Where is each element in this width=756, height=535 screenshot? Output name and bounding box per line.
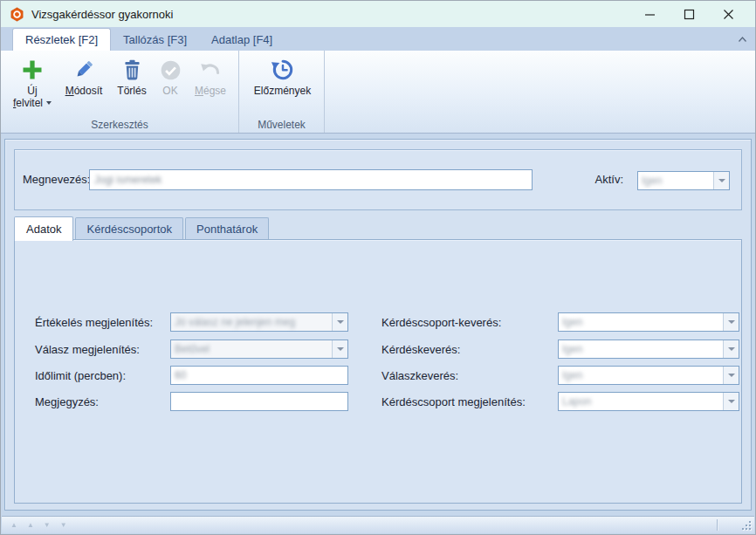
ribbon-tabstrip: Részletek [F2] Tallózás [F3] Adatlap [F4…: [1, 27, 755, 51]
modify-label: Módosít: [65, 85, 103, 97]
record-nav-arrows[interactable]: ▲ ▲ ▼ ▼: [10, 521, 67, 530]
megjegyzes-input[interactable]: [170, 392, 348, 411]
ok-button[interactable]: OK: [153, 55, 188, 97]
kerdescsoport-keveres-arrow-button[interactable]: [723, 313, 739, 331]
ribbon-tab-reszletek[interactable]: Részletek [F2]: [12, 28, 111, 51]
kerdescsoport-megjelenites-value: Lapon: [562, 395, 591, 408]
aktiv-combo-arrow-button[interactable]: [713, 172, 729, 189]
idolimit-value: 60: [175, 369, 186, 381]
kerdeskeveres-value: Igen: [562, 343, 582, 355]
inner-tabstrip: Adatok Kérdéscsoportok Ponthatárok: [14, 216, 271, 240]
ertekeles-megjelenites-label: Értékelés megjelenítés:: [35, 316, 153, 329]
ertekeles-megjelenites-combobox[interactable]: Jó válasz ne jelenjen meg: [170, 312, 348, 332]
ok-label: OK: [162, 85, 177, 97]
nav-up-icon: ▲: [10, 521, 17, 530]
record-panel: Megnevezés: Jogi ismeretek Aktív: Igen A…: [4, 139, 752, 511]
aktiv-combobox[interactable]: Igen: [637, 171, 730, 190]
tab-adatok[interactable]: Adatok: [14, 216, 73, 241]
new-record-button[interactable]: Új felvitel: [8, 55, 57, 109]
delete-button[interactable]: Törlés: [111, 55, 153, 97]
nav-down-icon: ▼: [44, 521, 51, 530]
megnevezes-input[interactable]: Jogi ismeretek: [89, 169, 533, 190]
group-caption-szerkesztes: Szerkesztés: [1, 119, 238, 131]
modify-button[interactable]: Módosít: [57, 55, 111, 97]
megnevezes-label: Megnevezés:: [23, 173, 90, 186]
valaszkeveres-label: Válaszkeverés:: [381, 369, 458, 382]
tab-kerdescsoportok[interactable]: Kérdéscsoportok: [75, 217, 183, 240]
kerdeskeveres-combobox[interactable]: Igen: [558, 340, 739, 359]
delete-label: Törlés: [117, 85, 146, 97]
history-button[interactable]: Előzmények: [248, 55, 318, 97]
kerdescsoport-keveres-label: Kérdéscsoport-keverés:: [381, 316, 501, 329]
history-clock-icon: [265, 55, 300, 85]
resize-grip[interactable]: [740, 519, 752, 531]
chevron-down-icon: [728, 347, 735, 351]
app-window: Vizsgakérdéssor gyakornoki Részletek [F2…: [0, 0, 756, 535]
ribbon-tab-adatlap[interactable]: Adatlap [F4]: [199, 29, 285, 51]
chevron-up-icon: [738, 36, 747, 43]
ribbon-empty-area: [324, 51, 755, 133]
check-circle-icon: [153, 55, 188, 85]
aktiv-label: Aktív:: [594, 173, 623, 186]
header-panel: Megnevezés: Jogi ismeretek Aktív: Igen: [14, 149, 742, 210]
aktiv-value: Igen: [642, 175, 662, 187]
ribbon-tab-tallozas[interactable]: Tallózás [F3]: [111, 29, 199, 51]
dropdown-caret-icon: [46, 101, 52, 105]
pencil-icon: [66, 55, 101, 85]
content-area: Megnevezés: Jogi ismeretek Aktív: Igen A…: [2, 134, 754, 518]
ribbon-group-szerkesztes: Új felvitel Módosít: [1, 51, 238, 133]
kerdeskeveres-label: Kérdéskeverés:: [381, 343, 460, 356]
chevron-down-icon: [728, 320, 735, 324]
valaszkeveres-combobox[interactable]: Igen: [558, 366, 739, 385]
kerdescsoport-megjelenites-arrow-button[interactable]: [723, 393, 739, 410]
chevron-down-icon: [337, 320, 344, 324]
chevron-down-icon: [718, 179, 725, 182]
valaszkeveres-value: Igen: [562, 369, 582, 381]
history-label: Előzmények: [254, 85, 311, 97]
kerdeskeveres-arrow-button[interactable]: [723, 340, 739, 358]
close-button[interactable]: [709, 1, 748, 27]
close-icon: [723, 9, 734, 20]
ribbon: Új felvitel Módosít: [1, 51, 755, 134]
idolimit-label: Időlimit (percben):: [35, 369, 126, 382]
undo-arrow-icon: [193, 55, 228, 85]
maximize-button[interactable]: [670, 1, 709, 27]
ribbon-group-muveletek: Előzmények Műveletek: [238, 51, 324, 133]
minimize-icon: [644, 9, 656, 20]
new-record-label-line1: Új: [27, 85, 37, 97]
kerdescsoport-keveres-combobox[interactable]: Igen: [558, 312, 739, 332]
window-title: Vizsgakérdéssor gyakornoki: [31, 8, 173, 21]
tab-ponthatarok[interactable]: Ponthatárok: [185, 217, 269, 240]
valasz-megjelenites-value: Betűvel: [175, 343, 210, 355]
group-caption-muveletek: Műveletek: [239, 119, 324, 131]
adatok-tab-panel: Értékelés megjelenítés: Válasz megjelení…: [14, 239, 742, 504]
statusbar: ▲ ▲ ▼ ▼: [2, 516, 754, 533]
plus-icon: [15, 55, 50, 85]
kerdescsoport-keveres-value: Igen: [562, 316, 582, 328]
valaszkeveres-arrow-button[interactable]: [723, 367, 739, 384]
valasz-megjelenites-combobox[interactable]: Betűvel: [170, 340, 348, 359]
statusbar-separator: [717, 519, 718, 531]
nav-up-icon: ▲: [27, 521, 34, 530]
valasz-combo-arrow-button[interactable]: [332, 340, 347, 358]
ertekeles-combo-arrow-button[interactable]: [332, 313, 347, 331]
cancel-button[interactable]: Mégse: [188, 55, 233, 97]
megnevezes-value: Jogi ismeretek: [94, 174, 162, 186]
new-record-label-line2: felvitel: [13, 97, 52, 109]
titlebar: Vizsgakérdéssor gyakornoki: [1, 1, 755, 27]
minimize-button[interactable]: [630, 1, 670, 27]
ribbon-collapse-button[interactable]: [736, 33, 748, 45]
kerdescsoport-megjelenites-combobox[interactable]: Lapon: [558, 392, 739, 411]
cancel-label: Mégse: [195, 85, 226, 97]
kerdescsoport-megjelenites-label: Kérdéscsoport megjelenítés:: [381, 395, 526, 408]
chevron-down-icon: [728, 400, 735, 403]
nav-down-icon: ▼: [60, 521, 67, 530]
maximize-icon: [684, 9, 695, 20]
app-logo-icon: [10, 7, 24, 22]
valasz-megjelenites-label: Válasz megjelenítés:: [35, 343, 140, 356]
chevron-down-icon: [337, 347, 344, 351]
chevron-down-icon: [728, 374, 735, 377]
ertekeles-megjelenites-value: Jó válasz ne jelenjen meg: [175, 316, 295, 328]
idolimit-input[interactable]: 60: [170, 366, 348, 385]
megjegyzes-label: Megjegyzés:: [35, 395, 99, 408]
